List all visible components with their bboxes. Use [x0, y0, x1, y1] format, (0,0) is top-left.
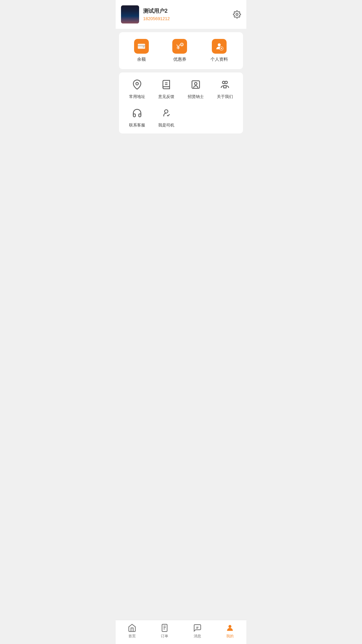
recruit-icon: [189, 78, 202, 91]
user-name: 测试用户2: [143, 8, 170, 15]
menu-card: 常用地址 意见反馈 招贤纳士: [119, 72, 243, 133]
svg-rect-3: [143, 46, 144, 48]
svg-point-5: [180, 43, 183, 46]
about-item[interactable]: 关于我们: [210, 78, 240, 100]
quick-actions-card: 余额 ¥ 优惠券 个人资料: [119, 32, 243, 69]
coupon-icon: ¥: [172, 39, 187, 54]
driver-icon: [160, 106, 173, 120]
svg-point-10: [136, 83, 138, 85]
recruit-label: 招贤纳士: [188, 94, 204, 100]
profile-item[interactable]: 个人资料: [210, 39, 228, 62]
svg-rect-13: [192, 81, 200, 89]
svg-point-14: [194, 83, 197, 85]
coupon-item[interactable]: ¥ 优惠券: [172, 39, 187, 62]
coupon-label: 优惠券: [173, 56, 186, 62]
address-label: 常用地址: [129, 94, 145, 100]
avatar[interactable]: [121, 5, 139, 23]
feedback-label: 意见反馈: [158, 94, 174, 100]
balance-label: 余额: [137, 56, 146, 62]
user-phone: 18205691212: [143, 16, 170, 21]
header-left: 测试用户2 18205691212: [121, 5, 170, 23]
balance-item[interactable]: 余额: [134, 39, 149, 62]
svg-point-17: [165, 110, 168, 113]
profile-icon: [212, 39, 227, 54]
service-label: 联系客服: [129, 122, 145, 128]
svg-point-16: [225, 81, 228, 84]
service-item[interactable]: 联系客服: [122, 106, 152, 128]
recruit-item[interactable]: 招贤纳士: [181, 78, 210, 100]
settings-icon[interactable]: [233, 10, 241, 18]
address-item[interactable]: 常用地址: [122, 78, 152, 100]
service-icon: [130, 106, 144, 120]
location-icon: [130, 78, 144, 91]
about-icon: [218, 78, 232, 91]
svg-point-6: [218, 43, 221, 46]
feedback-icon: [160, 78, 173, 91]
user-info: 测试用户2 18205691212: [143, 8, 170, 21]
driver-item[interactable]: 我是司机: [152, 106, 181, 128]
header: 测试用户2 18205691212: [116, 0, 246, 29]
profile-label: 个人资料: [210, 56, 228, 62]
feedback-item[interactable]: 意见反馈: [152, 78, 181, 100]
wallet-icon: [134, 39, 149, 54]
about-label: 关于我们: [217, 94, 233, 100]
driver-label: 我是司机: [158, 122, 174, 128]
svg-text:¥: ¥: [176, 43, 180, 51]
svg-point-0: [236, 13, 238, 15]
